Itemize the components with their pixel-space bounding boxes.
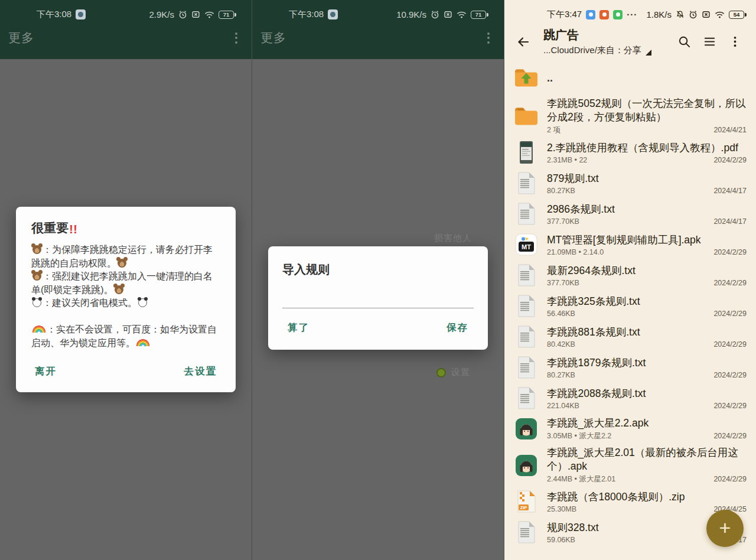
file-date: 2024/4/17 xyxy=(713,217,747,226)
file-meta: 25.30MB xyxy=(547,505,576,513)
battery-icon: 71 xyxy=(471,11,486,19)
file-row[interactable]: 李跳跳5052规则（一次无法完全复制，所以分成2段，方便复制粘贴） 2 项 20… xyxy=(504,95,756,137)
notification-app-icon-orange xyxy=(599,10,609,19)
file-row[interactable]: 李跳跳881条规则.txt 80.42KB 2024/2/29 xyxy=(504,321,756,352)
background-harm-label: 损害他人 xyxy=(434,233,472,244)
background-settings-item: 设置 xyxy=(436,367,470,378)
file-row[interactable]: .. xyxy=(504,61,756,95)
mt-manager-icon: MT xyxy=(513,231,540,258)
dialog-text-line: ：强烈建议把李跳跳加入一键清理的白名单(即锁定李跳跳)。 xyxy=(31,270,220,297)
file-meta: 2 项 xyxy=(547,125,561,135)
battery-icon: 54 xyxy=(729,11,744,19)
breadcrumb[interactable]: ...CloudDrive/来自：分享 xyxy=(543,45,651,56)
file-name: 李跳跳325条规则.txt xyxy=(547,295,747,308)
folder-icon xyxy=(513,103,540,130)
file-name: 李跳跳_派大星2.01（最新的被杀后台用这个）.apk xyxy=(547,446,747,473)
folder-up-icon xyxy=(513,64,540,92)
file-meta: 80.42KB xyxy=(547,340,575,349)
sim-x-icon xyxy=(702,10,711,19)
txt-file-icon xyxy=(513,200,540,227)
breadcrumb-caret-icon xyxy=(646,50,651,56)
rainbow-emoji xyxy=(136,339,149,346)
status-time: 下午3:08 xyxy=(37,9,71,20)
file-meta: 59.06KB xyxy=(547,536,575,544)
file-meta: 377.70KB xyxy=(547,279,579,287)
dialog-title: 很重要!! xyxy=(31,220,220,236)
app-header-background: 下午3:08 2.9K/s 71 更多 xyxy=(0,0,252,59)
bear-emoji xyxy=(32,272,41,281)
file-name: 李跳跳2088条规则.txt xyxy=(547,387,747,401)
file-row[interactable]: 李跳跳1879条规则.txt 80.27KB 2024/2/29 xyxy=(504,352,756,383)
app-header-background: 下午3:08 10.9K/s 71 更多 xyxy=(252,0,504,59)
file-name: 2.李跳跳使用教程（含规则导入教程）.pdf xyxy=(547,141,747,155)
important-dialog: 很重要!! ：为保障李跳跳稳定运行，请务必打开李跳跳的自启动权限。：强烈建议把李… xyxy=(16,207,236,392)
file-meta: 56.46KB xyxy=(547,310,575,318)
txt-file-icon xyxy=(513,292,540,320)
txt-file-icon xyxy=(513,170,540,197)
file-row[interactable]: MT MT管理器[复制规则辅助工具].apk 21.09MB • 2.14.0 … xyxy=(504,229,756,260)
txt-file-icon xyxy=(513,385,540,412)
file-row[interactable]: 李跳跳_派大星2.2.apk 3.05MB • 派大星2.2 2024/2/29 xyxy=(504,414,756,444)
overflow-menu-icon[interactable] xyxy=(486,31,491,45)
file-row[interactable]: 最新2964条规则.txt 377.70KB 2024/2/29 xyxy=(504,260,756,291)
file-row[interactable]: 879规则.txt 80.27KB 2024/4/17 xyxy=(504,168,756,198)
file-meta: 377.70KB xyxy=(547,217,579,226)
file-date: 2024/2/29 xyxy=(713,310,747,318)
bangbang-emoji: !! xyxy=(69,222,77,236)
txt-file-icon xyxy=(513,354,540,381)
dialog-text-line: ：建议关闭省电模式。 xyxy=(31,297,220,310)
dialog-text-line: ：为保障李跳跳稳定运行，请务必打开李跳跳的自启动权限。 xyxy=(31,243,220,270)
import-rules-dialog: 导入规则 算了 保存 xyxy=(268,246,488,350)
bear-emoji xyxy=(115,285,123,294)
cancel-button[interactable]: 算了 xyxy=(288,321,309,334)
go-settings-button[interactable]: 去设置 xyxy=(184,365,217,378)
file-row[interactable]: 李跳跳2088条规则.txt 221.04KB 2024/2/29 xyxy=(504,383,756,414)
wifi-icon xyxy=(715,11,725,19)
leave-button[interactable]: 离开 xyxy=(35,365,57,378)
settings-app-icon xyxy=(436,368,446,377)
file-name: 2986条规则.txt xyxy=(547,203,747,216)
page-title: 更多 xyxy=(8,30,34,46)
view-mode-icon[interactable] xyxy=(697,31,722,53)
file-meta: 221.04KB xyxy=(547,402,579,410)
wifi-icon xyxy=(204,11,214,19)
file-date: 2024/4/17 xyxy=(713,187,747,195)
add-fab-button[interactable]: + xyxy=(706,510,744,547)
file-row[interactable]: 李跳跳325条规则.txt 56.46KB 2024/2/29 xyxy=(504,291,756,321)
more-menu-icon[interactable] xyxy=(722,31,748,53)
back-arrow-icon[interactable] xyxy=(513,31,534,53)
file-row[interactable]: 2986条规则.txt 377.70KB 2024/4/17 xyxy=(504,198,756,229)
file-meta: 80.27KB xyxy=(547,187,575,195)
file-meta: 3.05MB • 派大星2.2 xyxy=(547,431,611,441)
file-name: 李跳跳_派大星2.2.apk xyxy=(547,416,747,430)
app-bar: 更多 xyxy=(0,20,252,46)
panel-file-manager: 下午3:47 ··· 1.8K/s 54 跳广告 xyxy=(504,0,756,560)
notification-app-icon xyxy=(76,9,86,19)
file-date: 2024/2/29 xyxy=(713,279,747,287)
file-name: 879规则.txt xyxy=(547,172,747,185)
file-row[interactable]: 李跳跳_派大星2.01（最新的被杀后台用这个）.apk 2.44MB • 派大星… xyxy=(504,444,756,486)
apk-file-icon xyxy=(513,452,540,479)
file-name: .. xyxy=(547,71,747,85)
overflow-menu-icon[interactable] xyxy=(234,31,239,45)
save-button[interactable]: 保存 xyxy=(447,321,468,334)
rule-input[interactable] xyxy=(282,295,474,308)
app-bar: 更多 xyxy=(252,20,504,46)
panel-import-dialog: 下午3:08 10.9K/s 71 更多 损害他人 支持作者 设置 xyxy=(252,0,504,560)
notification-app-icon-green xyxy=(613,10,623,19)
svg-text:MT: MT xyxy=(522,243,531,250)
notification-app-icon-blue xyxy=(586,10,595,19)
file-list: .. 李跳跳5052规则（一次无法完全复制，所以分成2段，方便复制粘贴） 2 项… xyxy=(504,60,756,548)
panel-important-dialog: 下午3:08 2.9K/s 71 更多 设置 很重要!! xyxy=(0,0,252,560)
pdf-file-icon xyxy=(513,139,540,166)
file-manager-toolbar: 跳广告 ...CloudDrive/来自：分享 xyxy=(504,20,756,60)
search-icon[interactable] xyxy=(672,31,697,53)
mute-icon xyxy=(676,10,685,19)
file-date: 2024/2/29 xyxy=(713,371,747,379)
txt-file-icon xyxy=(513,323,540,350)
file-date: 2024/4/21 xyxy=(713,126,747,134)
bear-emoji xyxy=(118,259,126,268)
status-bar: 下午3:47 ··· 1.8K/s 54 xyxy=(504,0,756,20)
panda-emoji xyxy=(138,298,147,307)
file-row[interactable]: 2.李跳跳使用教程（含规则导入教程）.pdf 2.31MB • 22 2024/… xyxy=(504,137,756,168)
